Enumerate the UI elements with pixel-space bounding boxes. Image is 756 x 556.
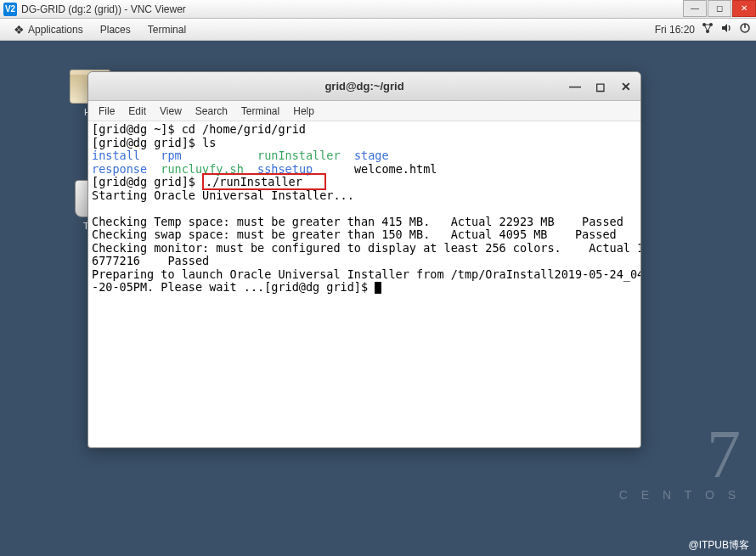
cmd-ls: ls bbox=[202, 136, 216, 149]
menu-help[interactable]: Help bbox=[286, 101, 321, 121]
menu-file[interactable]: File bbox=[92, 101, 121, 121]
terminal-label: Terminal bbox=[148, 24, 186, 36]
menu-terminal[interactable]: Terminal bbox=[234, 101, 286, 121]
terminal-titlebar[interactable]: grid@dg:~/grid — ◻ ✕ bbox=[88, 72, 640, 101]
prompt: [grid@dg grid]$ bbox=[92, 136, 202, 149]
prompt: [grid@dg grid]$ bbox=[264, 280, 375, 294]
menu-edit[interactable]: Edit bbox=[121, 101, 153, 121]
places-menu[interactable]: Places bbox=[92, 19, 139, 40]
vnc-icon: V2 bbox=[3, 3, 17, 16]
volume-icon[interactable] bbox=[720, 22, 732, 37]
vnc-window-controls: — ◻ ✕ bbox=[682, 0, 756, 19]
prompt: [grid@dg grid]$ bbox=[92, 175, 202, 188]
desktop: ❖ Applications Places Terminal Fri 16:20… bbox=[0, 19, 756, 556]
output-line: Starting Oracle Universal Installer... bbox=[92, 188, 354, 202]
network-icon[interactable] bbox=[702, 22, 714, 37]
terminal-launcher[interactable]: Terminal bbox=[139, 19, 195, 40]
clock[interactable]: Fri 16:20 bbox=[655, 24, 695, 36]
ls-dir: install bbox=[92, 149, 140, 162]
terminal-cursor bbox=[375, 282, 381, 294]
terminal-minimize-button[interactable]: — bbox=[566, 77, 584, 96]
prompt: [grid@dg ~]$ bbox=[92, 122, 182, 136]
ls-dir: response bbox=[92, 162, 147, 176]
cmd-cd: cd /home/grid/grid bbox=[182, 122, 306, 136]
terminal-title: grid@dg:~/grid bbox=[324, 80, 403, 93]
minimize-button[interactable]: — bbox=[683, 0, 707, 17]
output-line: Checking Temp space: must be greater tha… bbox=[92, 215, 623, 228]
output-line: Checking monitor: must be configured to … bbox=[92, 241, 640, 255]
ls-exec: runInstaller bbox=[257, 149, 341, 162]
output-line: 6777216 Passed bbox=[92, 254, 209, 267]
maximize-button[interactable]: ◻ bbox=[708, 0, 731, 17]
applications-menu[interactable]: ❖ Applications bbox=[5, 19, 92, 40]
menu-search[interactable]: Search bbox=[189, 101, 234, 121]
applications-label: Applications bbox=[28, 24, 83, 36]
output-line: Checking swap space: must be greater tha… bbox=[92, 227, 617, 241]
terminal-close-button[interactable]: ✕ bbox=[617, 77, 635, 96]
applications-icon: ❖ bbox=[14, 23, 25, 37]
close-button[interactable]: ✕ bbox=[732, 0, 756, 17]
gnome-panel: ❖ Applications Places Terminal Fri 16:20 bbox=[0, 19, 756, 41]
output-line: Preparing to launch Oracle Universal Ins… bbox=[92, 267, 640, 281]
terminal-menubar: File Edit View Search Terminal Help bbox=[88, 101, 640, 121]
output-line: -20-05PM. Please wait ... bbox=[92, 280, 264, 294]
vnc-titlebar: V2 DG-GRID (dg:2 (grid)) - VNC Viewer — … bbox=[0, 0, 756, 19]
places-label: Places bbox=[100, 24, 131, 36]
menu-view[interactable]: View bbox=[153, 101, 189, 121]
ls-dir: rpm bbox=[161, 149, 181, 162]
centos-name: C E N T O S bbox=[619, 488, 741, 502]
power-icon[interactable] bbox=[739, 22, 751, 37]
ls-file: welcome.html bbox=[354, 162, 437, 176]
terminal-window: grid@dg:~/grid — ◻ ✕ File Edit View Sear… bbox=[87, 71, 641, 448]
terminal-maximize-button[interactable]: ◻ bbox=[591, 77, 610, 96]
ls-dir: stage bbox=[354, 149, 389, 162]
itpub-watermark: @ITPUB博客 bbox=[688, 538, 749, 553]
vnc-window-title: DG-GRID (dg:2 (grid)) - VNC Viewer bbox=[21, 3, 682, 15]
terminal-body[interactable]: [grid@dg ~]$ cd /home/grid/grid [grid@dg… bbox=[88, 121, 640, 447]
